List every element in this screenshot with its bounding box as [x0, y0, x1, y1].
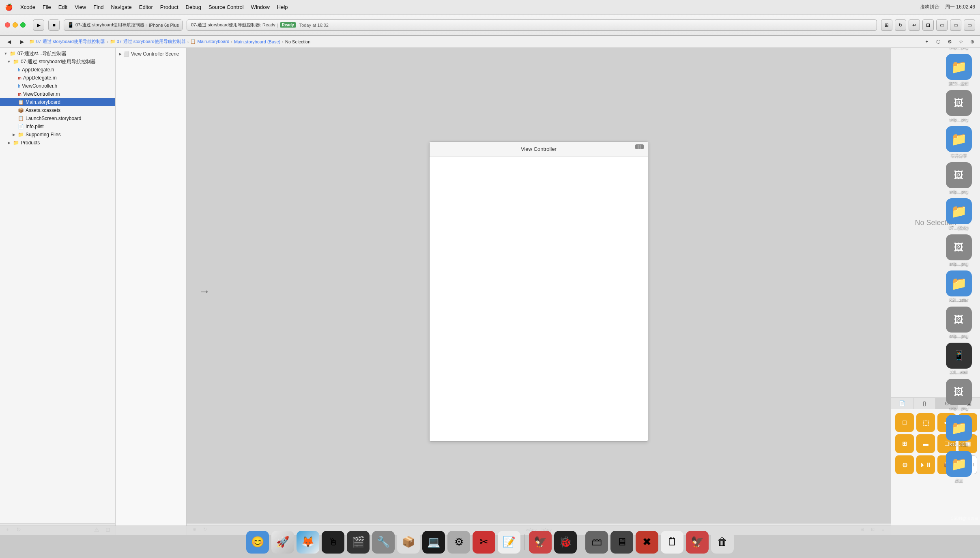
nav-icon-2[interactable]: ⬡ — [934, 37, 943, 46]
close-button[interactable] — [5, 22, 10, 28]
sidebar-label: LaunchScreen.storyboard — [26, 116, 81, 121]
dock-trash[interactable]: 🗑 — [711, 531, 734, 554]
maximize-button[interactable] — [20, 22, 26, 28]
nav-icon-3[interactable]: ⚙ — [945, 37, 954, 46]
dock-app1[interactable]: 🦅 — [529, 531, 552, 554]
view-btn-3[interactable]: ↩ — [909, 19, 920, 31]
view-btn-2[interactable]: ↻ — [895, 19, 906, 31]
menu-find[interactable]: Find — [93, 4, 103, 10]
desktop-icon-folder2[interactable]: 📁 车丹分享 — [941, 126, 977, 158]
dock-notes[interactable]: 📝 — [498, 531, 520, 554]
dock-more5[interactable]: 🦅 — [686, 531, 709, 554]
menu-navigate[interactable]: Navigate — [111, 4, 131, 10]
desktop-icon-snip6[interactable]: 🖼 snip....png — [941, 379, 977, 411]
canvas-area: ▶ ⬜ View Controller Scene → View Control… — [116, 48, 891, 535]
scene-header[interactable]: ▶ ⬜ View Controller Scene — [119, 51, 179, 57]
canvas-main[interactable]: → View Controller |||| — [187, 48, 891, 535]
inspector-tab-2[interactable]: {} — [913, 398, 936, 409]
toolbar-right: ⊞ ↻ ↩ ⊡ ▭ ▭ ▭ — [881, 19, 975, 31]
dock-archive[interactable]: 📦 — [397, 531, 420, 554]
sidebar-item-project[interactable]: 📁 07-通过 storyboard使用导航控制器 — [0, 58, 115, 66]
view-btn-7[interactable]: ▭ — [964, 19, 975, 31]
nav-icon-5[interactable]: ⊕ — [968, 37, 977, 46]
menu-editor[interactable]: Editor — [139, 4, 153, 10]
view-controller-frame[interactable]: View Controller |||| — [429, 142, 648, 442]
sidebar-item-appdelegate-m[interactable]: m AppDelegate.m — [0, 74, 115, 82]
nav-path-1[interactable]: 📁 07-通过 storyboard使用导航控制器 — [29, 39, 105, 45]
desktop-icon-snip4[interactable]: 🖼 snip....png — [941, 234, 977, 266]
dock: 😊 🚀 🦊 🖱 🎬 🔧 📦 💻 ⚙ ✂ 📝 🦅 🐞 🗃 🖥 ✖ 🗒 🦅 🗑 — [0, 526, 980, 558]
desktop-icon-desktop[interactable]: 📁 桌面 — [941, 451, 977, 483]
desktop-icon-folder1[interactable]: 📁 第13...业班 — [941, 54, 977, 86]
dock-mousey[interactable]: 🖱 — [322, 531, 344, 554]
view-btn-1[interactable]: ⊞ — [881, 19, 892, 31]
apple-menu[interactable]: 🍎 — [5, 3, 13, 11]
sidebar-item-products[interactable]: 📁 Products — [0, 139, 115, 147]
stop-button[interactable]: ■ — [48, 19, 60, 31]
nav-forward-btn[interactable]: ▶ — [16, 36, 28, 47]
widget-view[interactable]: □ — [895, 413, 914, 432]
dock-finder[interactable]: 😊 — [246, 531, 269, 554]
menu-product[interactable]: Product — [160, 4, 178, 10]
widget-collection[interactable]: ⬚ — [916, 413, 935, 432]
widget-camera[interactable]: ⊙ — [895, 455, 914, 474]
menu-source-control[interactable]: Source Control — [208, 4, 244, 10]
nav-icon-4[interactable]: ☆ — [956, 37, 965, 46]
sidebar-item-assets[interactable]: 📦 Assets.xcassets — [0, 106, 115, 114]
scheme-selector[interactable]: 📱 07-通过 storyboard使用导航控制器 › iPhone 6s Pl… — [64, 19, 183, 31]
nav-path-2[interactable]: 📁 07-通过 storyboard使用导航控制器 — [110, 39, 186, 45]
view-btn-6[interactable]: ▭ — [950, 19, 961, 31]
menu-view[interactable]: View — [75, 4, 86, 10]
sidebar-item-viewcontroller-h[interactable]: h ViewController.h — [0, 82, 115, 90]
dock-launchpad[interactable]: 🚀 — [271, 531, 294, 554]
sidebar-item-infoplist[interactable]: 📄 Info.plist — [0, 122, 115, 131]
view-btn-4[interactable]: ⊡ — [922, 19, 934, 31]
sidebar-item-main-storyboard[interactable]: 📋 Main.storyboard — [0, 98, 115, 106]
desktop-icon-folder3[interactable]: 📁 07…(优化) — [941, 198, 977, 230]
sidebar-item-launchscreen[interactable]: 📋 LaunchScreen.storyboard — [0, 114, 115, 122]
sidebar-item-root[interactable]: 📁 07-通过st...导航控制器 — [0, 49, 115, 58]
widget-grid-icon[interactable]: ⊞ — [895, 434, 914, 453]
sidebar-item-appdelegate-h[interactable]: h AppDelegate.h — [0, 66, 115, 74]
menu-window[interactable]: Window — [251, 4, 270, 10]
device-name: iPhone 6s Plus — [149, 23, 179, 28]
nav-path-3[interactable]: 📋 Main.storyboard — [190, 39, 229, 44]
dock-more1[interactable]: 🗃 — [585, 531, 608, 554]
desktop-icon-snip2[interactable]: 🖼 snip....png — [941, 90, 977, 122]
desktop-icon-folder5[interactable]: 📱 ZJL...etail — [941, 343, 977, 375]
dock-safari[interactable]: 🦊 — [297, 531, 319, 554]
sidebar-label: AppDelegate.m — [23, 75, 57, 81]
widget-slider[interactable]: ▬ — [916, 434, 935, 453]
nav-path-4[interactable]: Main.storyboard (Base) — [234, 39, 280, 44]
menu-debug[interactable]: Debug — [186, 4, 201, 10]
dock-tools[interactable]: 🔧 — [372, 531, 395, 554]
sidebar-item-viewcontroller-m[interactable]: m ViewController.m — [0, 90, 115, 98]
dock-debug[interactable]: 🐞 — [554, 531, 577, 554]
dock-more2[interactable]: 🖥 — [610, 531, 633, 554]
view-btn-5[interactable]: ▭ — [936, 19, 948, 31]
menu-edit[interactable]: Edit — [58, 4, 67, 10]
menu-file[interactable]: File — [43, 4, 51, 10]
desktop-icon-snip3[interactable]: 🖼 snip....png — [941, 162, 977, 194]
dock-more3[interactable]: ✖ — [636, 531, 658, 554]
widget-media[interactable]: ⏵⏸ — [916, 455, 935, 474]
nav-back-btn[interactable]: ◀ — [3, 36, 15, 47]
disclosure-icon — [11, 75, 16, 80]
dock-xmind[interactable]: ✂ — [473, 531, 495, 554]
dock-more4[interactable]: 🗒 — [661, 531, 683, 554]
menu-help[interactable]: Help — [277, 4, 288, 10]
sidebar-item-supporting[interactable]: 📁 Supporting Files — [0, 131, 115, 139]
folder-icon: 📁 — [13, 140, 19, 146]
dock-video[interactable]: 🎬 — [347, 531, 370, 554]
minimize-button[interactable] — [13, 22, 18, 28]
dock-prefs[interactable]: ⚙ — [447, 531, 470, 554]
disclosure-icon — [11, 124, 16, 129]
desktop-icon-folder6[interactable]: 📁 ios1...试题 — [941, 415, 977, 447]
desktop-icon-folder4[interactable]: 📁 KSI...aster — [941, 270, 977, 303]
menu-xcode[interactable]: Xcode — [20, 4, 35, 10]
run-button[interactable]: ▶ — [33, 19, 44, 31]
dock-terminal[interactable]: 💻 — [422, 531, 445, 554]
nav-icon-1[interactable]: + — [922, 37, 931, 46]
desktop-icon-snip5[interactable]: 🖼 snip....png — [941, 307, 977, 339]
inspector-tab-1[interactable]: 📄 — [891, 398, 913, 409]
